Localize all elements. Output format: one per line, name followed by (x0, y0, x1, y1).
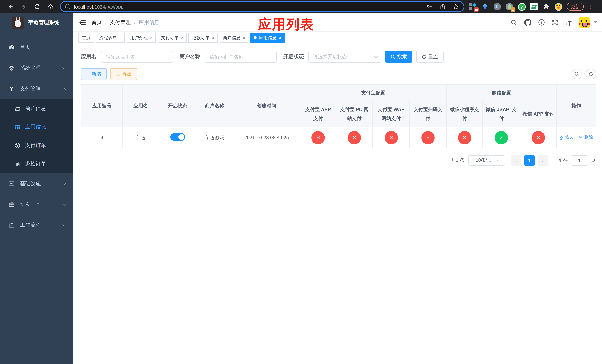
col-wechat-app: 微信 APP 支付 (520, 101, 557, 127)
chevron-down-icon (62, 66, 66, 69)
breadcrumb-home[interactable]: 首页 (91, 19, 102, 26)
sidebar-item-system[interactable]: ⚙ 系统管理 (0, 58, 73, 78)
profile-emoji-avatar[interactable] (554, 3, 562, 11)
tag-user-group[interactable]: 用户分组× (127, 33, 156, 43)
wechat-app-status-icon[interactable] (532, 131, 545, 144)
extension-gem-icon[interactable] (481, 3, 489, 11)
col-group-alipay: 支付宝配置 (300, 85, 446, 101)
monitor-icon (8, 180, 15, 187)
toggle-search-button[interactable] (572, 69, 582, 79)
close-icon[interactable]: × (119, 36, 122, 40)
add-button[interactable]: + 新增 (81, 68, 107, 80)
sidebar-collapse-icon[interactable] (78, 18, 86, 26)
page-annotation: 应用列表 (258, 16, 314, 34)
extension-chat-icon[interactable] (530, 3, 538, 11)
gear-icon: ⚙ (8, 65, 15, 72)
tag-app-info[interactable]: 应用信息× (250, 33, 285, 43)
help-icon[interactable]: ? (538, 19, 545, 26)
extension-badge: 10 (474, 7, 479, 12)
extension-lens-icon[interactable]: 1 (505, 3, 514, 11)
close-icon[interactable]: × (279, 36, 281, 40)
sidebar-item-merchant-info[interactable]: 商户信息 (0, 99, 73, 118)
url-bar[interactable]: i localhost:1024/pay/app (61, 2, 463, 11)
sidebar-item-payment[interactable]: ¥ 支付管理 (0, 78, 73, 99)
star-icon[interactable] (452, 3, 459, 10)
goto-page-input[interactable] (571, 155, 588, 166)
fullscreen-icon[interactable] (551, 19, 559, 26)
breadcrumb-current: 应用信息 (139, 19, 160, 26)
close-icon[interactable]: × (181, 36, 183, 40)
extension-squares-icon[interactable]: 10 (469, 3, 477, 11)
close-icon[interactable]: × (150, 36, 152, 40)
status-select[interactable]: 请选择开启状态 (308, 51, 381, 63)
github-icon[interactable] (524, 19, 531, 26)
forward-arrow-icon[interactable] (19, 2, 28, 11)
tag-process-form[interactable]: 流程表单× (96, 33, 125, 43)
wechat-mini-status-icon[interactable] (458, 131, 471, 144)
col-status: 开启状态 (159, 85, 196, 127)
home-icon[interactable] (46, 2, 55, 11)
caret-down-icon[interactable] (594, 21, 597, 23)
edit-button[interactable]: 修改 (559, 134, 574, 141)
pay-order-icon (14, 142, 20, 149)
alipay-qr-status-icon[interactable] (421, 131, 435, 144)
back-arrow-icon[interactable] (6, 2, 15, 11)
extension-y-icon[interactable]: y (517, 3, 526, 11)
avatar[interactable] (579, 17, 590, 28)
tag-merchant-info[interactable]: 商户信息× (220, 33, 249, 43)
refresh-button[interactable] (586, 69, 596, 79)
share-icon[interactable] (440, 3, 446, 10)
chevron-down-icon (374, 54, 378, 58)
shop-icon (14, 105, 20, 112)
sidebar-item-devtools[interactable]: 研发工具 (0, 194, 73, 215)
chrome-update-button[interactable]: 更新 (567, 3, 584, 11)
briefcase-icon (8, 222, 15, 228)
key-icon[interactable] (426, 3, 433, 10)
sidebar-item-workflow[interactable]: 工作流程 (0, 215, 73, 236)
status-toggle[interactable] (170, 133, 185, 141)
sidebar-item-pay-order[interactable]: 支付订单 (0, 136, 73, 155)
tag-home[interactable]: 首页 (78, 33, 94, 43)
search-button[interactable]: 搜索 (385, 51, 412, 63)
toolbox-icon (8, 201, 15, 208)
page-size-select[interactable]: 10条/页 (468, 155, 505, 166)
app-name-input[interactable] (101, 51, 173, 63)
cell-app-id: 6 (81, 127, 122, 148)
cell-merchant: 芋道源码 (196, 127, 233, 148)
delete-button[interactable]: 删除 (579, 134, 593, 141)
command-icon[interactable]: ⌘ (493, 3, 501, 11)
tag-pay-order[interactable]: 支付订单× (158, 33, 187, 43)
sidebar-item-app-info[interactable]: 应用信息 (0, 118, 73, 136)
alipay-pc-status-icon[interactable] (348, 131, 361, 144)
col-group-wechat: 微信配置 (446, 85, 557, 101)
info-icon[interactable]: i (65, 4, 70, 9)
url-text[interactable]: localhost:1024/pay/app (74, 4, 426, 10)
pagination: 共 1 条 10条/页 ‹ 1 › 前往 页 (81, 155, 596, 166)
kebab-menu-icon[interactable]: ⋮ (588, 6, 591, 8)
wechat-jsapi-status-icon[interactable] (495, 131, 508, 144)
puzzle-icon[interactable] (542, 3, 550, 11)
alipay-app-status-icon[interactable] (311, 131, 325, 144)
page-number-1[interactable]: 1 (524, 155, 535, 166)
sidebar-item-refund-order[interactable]: 退款订单 (0, 155, 73, 173)
sidebar-item-home[interactable]: 首页 (0, 37, 73, 58)
search-icon[interactable] (510, 19, 517, 26)
sidebar-item-infra[interactable]: 基础设施 (0, 173, 73, 194)
close-icon[interactable]: × (212, 36, 214, 40)
next-page-button[interactable]: › (538, 155, 548, 166)
svg-text:?: ? (540, 20, 542, 24)
font-size-icon[interactable]: TT (565, 19, 572, 26)
reload-icon[interactable] (32, 2, 42, 11)
status-label: 开启状态 (283, 53, 304, 60)
alipay-wap-status-icon[interactable] (385, 131, 398, 144)
col-wechat-mini: 微信小程序支付 (446, 101, 483, 127)
merchant-name-input[interactable] (205, 51, 277, 63)
close-icon[interactable]: × (243, 36, 245, 40)
tag-refund-order[interactable]: 退款订单× (189, 33, 218, 43)
breadcrumb-payment[interactable]: 支付管理 (110, 19, 131, 26)
reset-button[interactable]: 重置 (416, 51, 443, 63)
prev-page-button[interactable]: ‹ (511, 155, 521, 166)
export-button[interactable]: 导出 (110, 68, 137, 80)
sidebar-logo[interactable]: 芋道管理系统 (0, 13, 73, 32)
browser-toolbar: i localhost:1024/pay/app 10 (0, 0, 602, 13)
